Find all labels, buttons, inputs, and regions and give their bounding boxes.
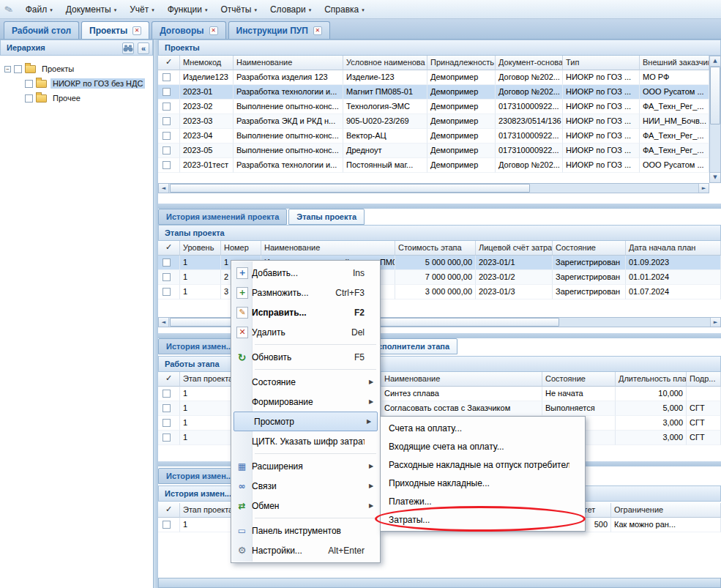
table-cell[interactable] — [158, 144, 180, 158]
menu-dictionaries[interactable]: Словари▾ — [264, 1, 318, 18]
close-icon[interactable]: ✕ — [209, 26, 218, 35]
menu-help[interactable]: Справка▾ — [318, 1, 371, 18]
scroll-down-arrow[interactable]: ▼ — [710, 172, 720, 182]
table-cell[interactable]: Дредноут — [343, 144, 427, 158]
row-checkbox[interactable] — [162, 73, 171, 81]
tab-project-stages[interactable]: Этапы проекта — [288, 209, 365, 225]
row-checkbox[interactable] — [162, 288, 171, 296]
menu-item-formation[interactable]: Формирование▶ — [232, 392, 379, 412]
table-cell[interactable]: 01.07.2024 — [626, 285, 721, 299]
row-checkbox[interactable] — [162, 433, 171, 442]
horizontal-splitter[interactable] — [158, 204, 721, 209]
table-cell[interactable]: 2023-05 — [180, 144, 234, 158]
row-checkbox[interactable] — [162, 404, 171, 412]
bottom-scrollbar[interactable] — [158, 578, 721, 588]
menu-functions[interactable]: Функции▾ — [161, 1, 214, 18]
table-cell[interactable]: 7 000 000,00 — [395, 270, 476, 285]
table-cell[interactable] — [158, 270, 180, 285]
table-cell[interactable]: Вектор-АЦ — [343, 129, 427, 144]
table-cell[interactable]: Договор №202... — [496, 158, 563, 173]
table-cell[interactable]: НИОКР по ГОЗ ... — [563, 114, 640, 129]
table-cell[interactable] — [158, 285, 180, 299]
menu-item-delete[interactable]: ✕УдалитьDel — [232, 322, 379, 342]
table-cell[interactable]: Демопример — [427, 85, 496, 100]
vertical-scrollbar[interactable]: ▲ ▼ — [709, 56, 721, 183]
column-header[interactable]: Тип — [563, 56, 640, 70]
tab-pup-instructions[interactable]: Инструкции ПУП✕ — [228, 21, 330, 39]
menu-item-view[interactable]: Просмотр▶ — [234, 412, 378, 431]
table-cell[interactable]: НИОКР по ГОЗ ... — [563, 85, 640, 100]
table-cell[interactable]: НИОКР по ГОЗ ... — [563, 129, 640, 144]
table-cell[interactable]: 1 — [180, 270, 221, 285]
scrollbar-thumb[interactable] — [710, 67, 720, 124]
table-cell[interactable]: Не начата — [542, 387, 616, 401]
table-cell[interactable]: НИОКР по ГОЗ ... — [563, 158, 640, 173]
row-checkbox[interactable] — [162, 117, 171, 125]
column-header[interactable]: Наименование — [381, 372, 542, 387]
tab-project-change-history[interactable]: История изменений проекта — [158, 209, 287, 225]
scroll-up-arrow[interactable]: ▲ — [710, 56, 720, 67]
column-header[interactable]: Длительность план ▼ — [616, 372, 687, 387]
column-header[interactable]: Документ-основан — [496, 56, 563, 70]
table-cell[interactable]: 1 — [180, 285, 221, 299]
column-header[interactable]: Внешний заказчик — [640, 56, 709, 70]
row-checkbox[interactable] — [162, 146, 171, 155]
row-checkbox[interactable] — [162, 390, 171, 398]
table-cell[interactable]: 017310000922... — [496, 144, 563, 158]
table-cell[interactable] — [158, 401, 180, 416]
table-cell[interactable]: Демопример — [427, 114, 496, 129]
table-cell[interactable]: 2023-02 — [180, 100, 234, 114]
table-row[interactable]: 2023-05Выполнение опытно-конс...Дредноут… — [158, 144, 709, 158]
menu-item-links[interactable]: ∞Связи▶ — [232, 476, 379, 496]
menu-accounting[interactable]: Учёт▾ — [123, 1, 161, 18]
table-cell[interactable]: 905-U020-23/269 — [343, 114, 427, 129]
table-cell[interactable]: Постоянный маг... — [343, 158, 427, 173]
menu-item-edit[interactable]: ✎Исправить...F2 — [232, 302, 379, 322]
table-row[interactable]: 2023-04Выполнение опытно-конс...Вектор-А… — [158, 129, 709, 144]
table-cell[interactable]: 230823/0514/136 — [496, 114, 563, 129]
horizontal-scrollbar[interactable]: ◄ ► — [158, 183, 709, 193]
column-header[interactable]: Наименование — [261, 241, 395, 256]
table-cell[interactable]: Демопример — [427, 129, 496, 144]
table-row[interactable]: 2023-02Выполнение опытно-конс...Технолог… — [158, 100, 709, 114]
table-cell[interactable]: Изделие123 — [180, 70, 234, 85]
table-cell[interactable]: 3,000 — [616, 416, 687, 431]
table-cell[interactable]: НИОКР по ГОЗ ... — [563, 100, 640, 114]
table-cell[interactable]: СГТ — [687, 401, 721, 416]
table-cell[interactable] — [158, 518, 180, 532]
menu-item-payments[interactable]: Платежи... — [381, 492, 584, 510]
table-cell[interactable] — [158, 114, 180, 129]
scroll-left-arrow[interactable]: ◄ — [159, 318, 169, 327]
table-cell[interactable] — [158, 85, 180, 100]
table-cell[interactable]: 2023-03 — [180, 114, 234, 129]
table-cell[interactable]: 2023-01/1 — [476, 256, 553, 270]
table-cell[interactable]: 3 000 000,00 — [395, 285, 476, 299]
row-checkbox[interactable] — [162, 273, 171, 281]
table-cell[interactable]: 3,000 — [616, 431, 687, 445]
table-row[interactable]: 2023-03Разработка ЭКД и РКД н...905-U020… — [158, 114, 709, 129]
column-header[interactable]: Подр... — [687, 372, 721, 387]
table-cell[interactable]: Технология-ЭМС — [343, 100, 427, 114]
table-cell[interactable] — [158, 431, 180, 445]
table-cell[interactable]: 2023-01/2 — [476, 270, 553, 285]
table-cell[interactable]: Синтез сплава — [381, 387, 542, 401]
table-cell[interactable]: Выполняется — [542, 401, 616, 416]
row-checkbox[interactable] — [162, 161, 171, 169]
table-cell[interactable]: ФА_Техн_Рег_... — [640, 100, 709, 114]
table-cell[interactable]: Выполнение опытно-конс... — [234, 129, 343, 144]
table-cell[interactable]: Демопример — [427, 100, 496, 114]
table-cell[interactable] — [158, 387, 180, 401]
table-cell[interactable]: Выполнение опытно-конс... — [234, 144, 343, 158]
column-header[interactable]: Состояние — [553, 241, 626, 256]
tab-change-history[interactable]: История измен... — [158, 468, 241, 484]
collapse-sidebar-icon[interactable]: « — [138, 42, 149, 54]
table-cell[interactable]: 2023-04 — [180, 129, 234, 144]
table-cell[interactable]: Договор №202... — [496, 70, 563, 85]
column-header[interactable]: Номер — [221, 241, 261, 256]
row-checkbox[interactable] — [162, 132, 171, 140]
column-header[interactable]: Дата начала план — [626, 241, 721, 256]
tab-projects[interactable]: Проекты✕ — [81, 21, 149, 39]
menu-item-toolbar-panel[interactable]: ▭Панель инструментов — [232, 521, 379, 540]
menu-item-state[interactable]: Состояние▶ — [232, 372, 379, 392]
close-icon[interactable]: ✕ — [132, 26, 141, 35]
